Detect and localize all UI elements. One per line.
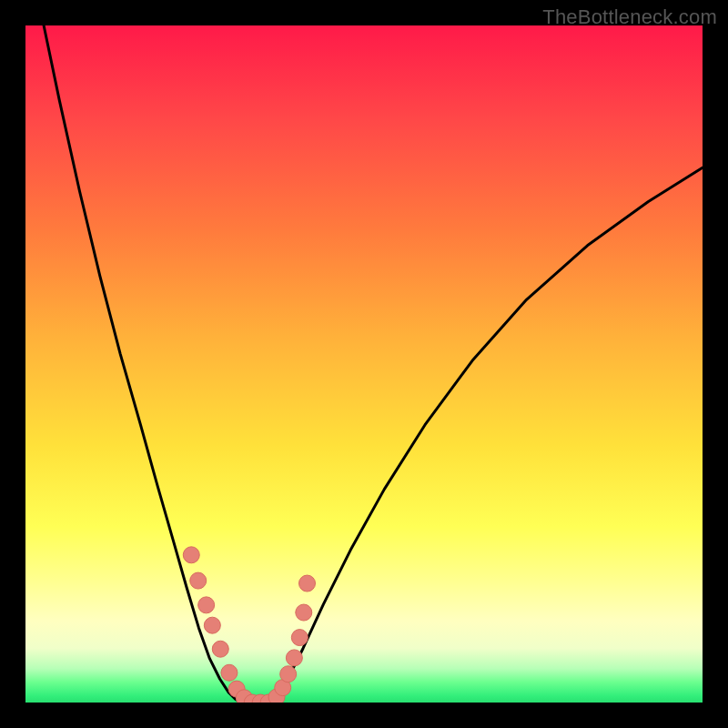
marker-point — [286, 650, 302, 666]
marker-point — [190, 572, 207, 589]
curve-svg — [25, 25, 703, 703]
chart-frame: TheBottleneck.com — [0, 0, 728, 728]
marker-point — [299, 575, 316, 592]
bottleneck-curve — [44, 25, 703, 703]
marker-point — [296, 604, 312, 621]
marker-points — [183, 547, 315, 703]
marker-point — [204, 617, 220, 633]
bottleneck-curve-path — [44, 25, 703, 703]
marker-point — [198, 597, 215, 613]
marker-point — [183, 547, 199, 563]
plot-area — [25, 25, 703, 703]
marker-point — [221, 664, 238, 681]
marker-point — [212, 641, 228, 657]
marker-point — [291, 630, 308, 646]
marker-point — [280, 666, 297, 682]
